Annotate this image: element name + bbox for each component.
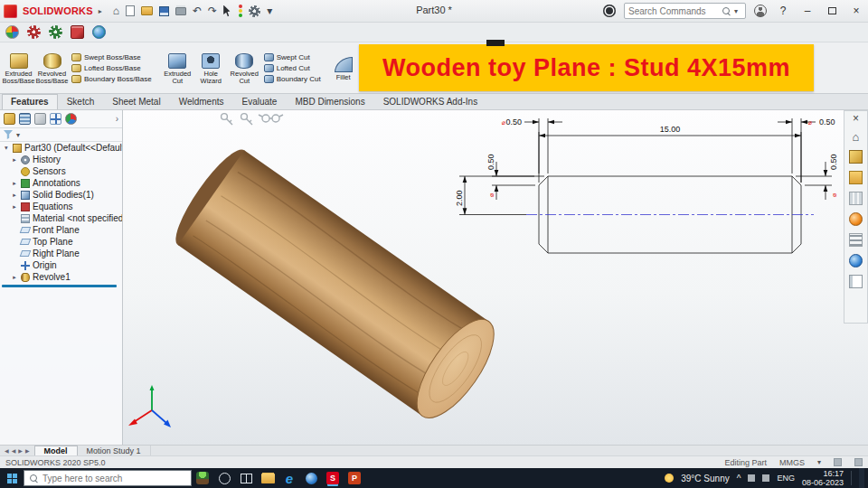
- tab-model[interactable]: Model: [34, 446, 78, 456]
- file-explorer-icon[interactable]: [849, 171, 863, 184]
- help-button[interactable]: ?: [775, 5, 791, 17]
- language-indicator[interactable]: ENG: [777, 474, 795, 483]
- scroll-left-icon[interactable]: ◀: [5, 447, 9, 454]
- tree-root-part[interactable]: ▸ Part30 (Default<<Default>_Display: [0, 142, 122, 154]
- minimize-button[interactable]: –: [799, 5, 816, 17]
- appearances-icon[interactable]: [849, 212, 863, 226]
- start-button[interactable]: [0, 468, 24, 488]
- key-icon-2[interactable]: [241, 114, 248, 120]
- dim-length[interactable]: 15.00: [660, 125, 681, 134]
- weather-text[interactable]: 39°C Sunny: [681, 474, 729, 483]
- swept-cut-button[interactable]: Swept Cut: [264, 53, 321, 61]
- dim-chamfer-top-right[interactable]: 0.50: [819, 117, 835, 127]
- tray-expand-icon[interactable]: ^: [737, 474, 741, 483]
- open-document-icon[interactable]: [141, 6, 153, 15]
- options-dropdown-icon[interactable]: ▾: [267, 4, 272, 18]
- task-view-icon[interactable]: [235, 468, 257, 488]
- viewport-canvas[interactable]: 15.00 0.50 ⌀ 0.50 ⌀ 0.50 ⌀ 2.00 0.50 ⌀: [123, 110, 868, 445]
- expand-arrow-icon[interactable]: ▸: [11, 203, 18, 211]
- configuration-manager-icon[interactable]: [34, 113, 46, 125]
- status-icon[interactable]: [834, 458, 842, 466]
- tree-item-solid-bodies[interactable]: ▸ Solid Bodies(1): [0, 189, 122, 201]
- tree-item-revolve1[interactable]: ▸ Revolve1: [0, 271, 122, 283]
- file-explorer-icon[interactable]: [257, 468, 278, 488]
- cortana-icon[interactable]: [213, 468, 235, 488]
- tab-features[interactable]: Features: [2, 94, 58, 109]
- maximize-button[interactable]: [824, 5, 840, 17]
- globe-icon[interactable]: [92, 25, 106, 39]
- tree-item-top-plane[interactable]: Top Plane: [0, 236, 122, 248]
- taskbar-search-box[interactable]: [24, 470, 192, 486]
- tab-mbd-dimensions[interactable]: MBD Dimensions: [286, 94, 373, 109]
- revolved-boss-base-button[interactable]: Revolved Boss/Base: [35, 51, 69, 85]
- tree-item-sensors[interactable]: Sensors: [0, 165, 122, 177]
- revolved-cut-button[interactable]: Revolved Cut: [228, 51, 261, 85]
- scroll-right-icon[interactable]: ▶: [25, 447, 30, 454]
- command-search-box[interactable]: ▾: [624, 3, 746, 19]
- status-icon-2[interactable]: [854, 458, 863, 466]
- expand-arrow-icon[interactable]: ▸: [11, 156, 18, 164]
- tab-motion-study-1[interactable]: Motion Study 1: [78, 446, 151, 456]
- tab-evaluate[interactable]: Evaluate: [232, 94, 286, 109]
- clock[interactable]: 16:17 08-06-2023: [802, 469, 844, 487]
- notification-center-button[interactable]: [859, 468, 864, 488]
- panel-collapse-icon[interactable]: ›: [116, 114, 118, 124]
- dim-chamfer-right[interactable]: 0.50: [829, 154, 838, 170]
- lofted-boss-base-button[interactable]: Lofted Boss/Base: [71, 64, 152, 72]
- dim-radius[interactable]: 2.00: [455, 190, 464, 206]
- close-icon[interactable]: ×: [853, 113, 859, 124]
- design-library-icon[interactable]: [849, 150, 863, 164]
- powerpoint-icon[interactable]: P: [344, 468, 365, 488]
- tab-weldments[interactable]: Weldments: [170, 94, 233, 109]
- solidworks-taskbar-icon[interactable]: S: [322, 468, 344, 488]
- tab-sketch[interactable]: Sketch: [58, 94, 104, 109]
- tree-item-equations[interactable]: ▸ Equations: [0, 201, 122, 212]
- key-icon[interactable]: [222, 114, 228, 120]
- print-icon[interactable]: [175, 7, 186, 15]
- scroll-left-icon[interactable]: ◀: [12, 447, 16, 454]
- display-manager-icon[interactable]: [65, 113, 77, 125]
- tab-sheet-metal[interactable]: Sheet Metal: [103, 94, 169, 109]
- scroll-right-icon[interactable]: ▶: [18, 447, 23, 454]
- undo-icon[interactable]: ↶: [193, 4, 202, 18]
- expand-arrow-icon[interactable]: ▸: [11, 180, 18, 187]
- solidworks-forum-icon[interactable]: [849, 254, 863, 267]
- search-icon[interactable]: [722, 7, 731, 15]
- tree-item-right-plane[interactable]: Right Plane: [0, 248, 122, 259]
- hole-wizard-button[interactable]: Hole Wizard: [194, 51, 228, 85]
- rollback-bar[interactable]: [2, 285, 117, 287]
- extruded-boss-base-button[interactable]: Extruded Boss/Base: [2, 51, 35, 85]
- glasses-icon[interactable]: [259, 115, 283, 122]
- user-account-icon[interactable]: [754, 5, 767, 17]
- tree-item-material[interactable]: Material <not specified>: [0, 212, 122, 224]
- tree-item-annotations[interactable]: ▸ Annotations: [0, 177, 122, 189]
- fillet-button[interactable]: Fillet: [330, 54, 357, 81]
- filter-funnel-icon[interactable]: [4, 130, 13, 139]
- custom-properties-icon[interactable]: [849, 233, 863, 247]
- tree-item-origin[interactable]: Origin: [0, 259, 122, 271]
- expand-arrow-icon[interactable]: ▸: [3, 145, 10, 152]
- edge-icon[interactable]: e: [278, 468, 300, 488]
- tray-icon[interactable]: [748, 474, 755, 482]
- menu-expand-arrow-icon[interactable]: ▸: [99, 7, 102, 15]
- home-icon[interactable]: ⌂: [113, 4, 119, 18]
- tab-solidworks-add-ins[interactable]: SOLIDWORKS Add-Ins: [374, 94, 486, 109]
- tray-icon-2[interactable]: [762, 474, 769, 482]
- resources-sphere-icon[interactable]: [5, 25, 19, 39]
- redo-icon[interactable]: ↷: [208, 4, 217, 18]
- search-dropdown-icon[interactable]: ▾: [734, 7, 738, 15]
- filter-dropdown-icon[interactable]: ▾: [16, 131, 20, 139]
- units-selector[interactable]: MMGS: [779, 458, 805, 467]
- expand-arrow-icon[interactable]: ▸: [11, 192, 18, 199]
- macro-gear-red-icon[interactable]: [27, 25, 41, 39]
- extruded-cut-button[interactable]: Extruded Cut: [161, 51, 194, 85]
- browser-app-icon[interactable]: [300, 468, 322, 488]
- dim-chamfer-top-left[interactable]: 0.50: [505, 117, 522, 127]
- swept-boss-base-button[interactable]: Swept Boss/Base: [71, 53, 152, 61]
- property-manager-icon[interactable]: [19, 113, 31, 125]
- home-icon[interactable]: ⌂: [853, 131, 860, 143]
- search-scope-icon[interactable]: [603, 5, 616, 17]
- view-palette-icon[interactable]: [849, 192, 863, 205]
- close-button[interactable]: ×: [848, 5, 864, 17]
- search-highlight-plant-icon[interactable]: [192, 468, 213, 488]
